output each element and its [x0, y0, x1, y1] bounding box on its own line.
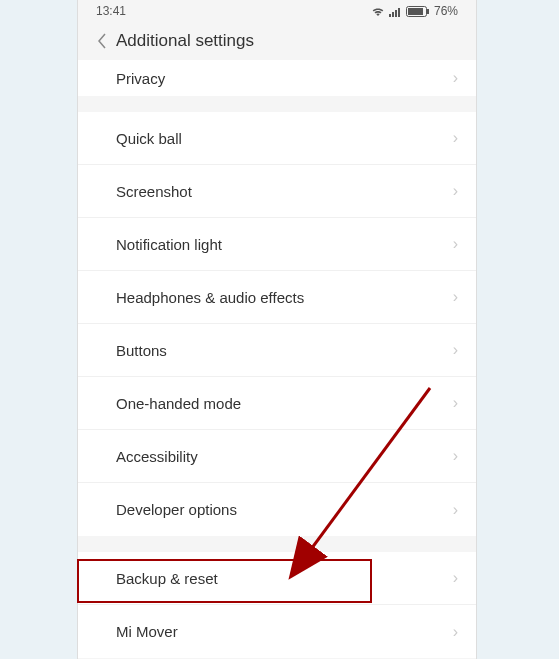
signal-icon — [389, 4, 402, 18]
svg-rect-2 — [395, 10, 397, 17]
row-label: One-handed mode — [116, 395, 241, 412]
chevron-right-icon: › — [453, 394, 458, 412]
chevron-right-icon: › — [453, 69, 458, 87]
battery-pct: 76% — [434, 4, 458, 18]
row-label: Privacy — [116, 70, 165, 87]
row-label: Accessibility — [116, 448, 198, 465]
chevron-right-icon: › — [453, 447, 458, 465]
row-label: Quick ball — [116, 130, 182, 147]
chevron-right-icon: › — [453, 501, 458, 519]
row-label: Notification light — [116, 236, 222, 253]
svg-rect-3 — [398, 8, 400, 17]
one-handed-row[interactable]: One-handed mode › — [78, 377, 476, 430]
developer-options-row[interactable]: Developer options › — [78, 483, 476, 536]
svg-rect-0 — [389, 14, 391, 17]
row-label: Headphones & audio effects — [116, 289, 304, 306]
back-button[interactable] — [88, 33, 116, 49]
row-label: Developer options — [116, 501, 237, 518]
chevron-right-icon: › — [453, 569, 458, 587]
title-bar: Additional settings — [78, 22, 476, 60]
notification-light-row[interactable]: Notification light › — [78, 218, 476, 271]
headphones-audio-row[interactable]: Headphones & audio effects › — [78, 271, 476, 324]
row-label: Backup & reset — [116, 570, 218, 587]
chevron-right-icon: › — [453, 129, 458, 147]
settings-list-2: Quick ball › Screenshot › Notification l… — [78, 112, 476, 536]
privacy-row[interactable]: Privacy › — [78, 60, 476, 96]
accessibility-row[interactable]: Accessibility › — [78, 430, 476, 483]
backup-reset-row[interactable]: Backup & reset › — [78, 552, 476, 605]
status-right: 76% — [371, 4, 458, 18]
phone-frame: 13:41 76% Additional settings Privacy › — [77, 0, 477, 659]
wifi-icon — [371, 4, 385, 18]
row-label: Screenshot — [116, 183, 192, 200]
battery-icon — [406, 4, 430, 18]
settings-list-3: Backup & reset › Mi Mover › — [78, 552, 476, 658]
chevron-right-icon: › — [453, 623, 458, 641]
row-label: Buttons — [116, 342, 167, 359]
chevron-left-icon — [97, 33, 107, 49]
chevron-right-icon: › — [453, 341, 458, 359]
svg-rect-6 — [408, 8, 423, 15]
svg-rect-1 — [392, 12, 394, 17]
page-title: Additional settings — [116, 31, 254, 51]
screenshot-row[interactable]: Screenshot › — [78, 165, 476, 218]
chevron-right-icon: › — [453, 288, 458, 306]
status-bar: 13:41 76% — [78, 0, 476, 22]
svg-rect-5 — [427, 9, 429, 14]
section-gap — [78, 536, 476, 552]
chevron-right-icon: › — [453, 235, 458, 253]
settings-list: Privacy › — [78, 60, 476, 96]
chevron-right-icon: › — [453, 182, 458, 200]
buttons-row[interactable]: Buttons › — [78, 324, 476, 377]
mi-mover-row[interactable]: Mi Mover › — [78, 605, 476, 658]
row-label: Mi Mover — [116, 623, 178, 640]
section-gap — [78, 96, 476, 112]
quick-ball-row[interactable]: Quick ball › — [78, 112, 476, 165]
status-time: 13:41 — [96, 4, 126, 18]
